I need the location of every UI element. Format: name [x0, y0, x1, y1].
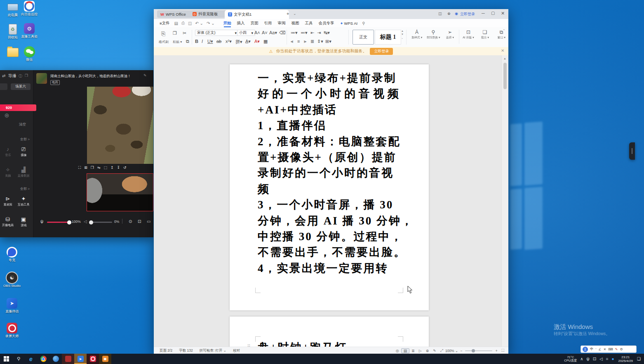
bullets-button[interactable]: ≔▾ [291, 30, 298, 35]
paste-icon[interactable]: ⎘ [161, 31, 165, 37]
style-heading1[interactable]: 标题 1 [375, 30, 401, 45]
document-area[interactable]: 一，实景+绿布+提前录制 好的一个小时的音视频 +AI+中控插话 1，直播伴侣 … [154, 55, 508, 347]
ime-pen-icon[interactable]: ✎ [615, 347, 618, 351]
italic-button[interactable]: I [202, 39, 203, 44]
zoom-level[interactable]: 100% ⌄ [445, 349, 458, 353]
collapse-ribbon-icon[interactable]: ⌃ [503, 29, 505, 33]
tool-interactive[interactable]: ✦互动工具 [16, 196, 31, 207]
taskbar-live-companion-active[interactable]: ➤ [74, 354, 87, 364]
play-view-icon[interactable]: ▷ [417, 349, 424, 353]
rotate-icon[interactable]: ↺ [122, 165, 128, 170]
ime-logo-icon[interactable]: 王 [583, 347, 588, 352]
menu-insert[interactable]: 插入 [234, 19, 248, 27]
preview-icon[interactable]: ◫ [186, 21, 193, 26]
taskbar-app-red[interactable] [62, 354, 74, 364]
menu-start[interactable]: 开始 [221, 19, 234, 27]
spell-check[interactable]: 拼写检查: 打开 ⌄ [193, 348, 226, 353]
tool-music[interactable]: ♪音乐 [0, 146, 16, 157]
phonetic-button[interactable]: 拼▾ [235, 39, 242, 45]
menu-member[interactable]: 会员专享 [316, 19, 337, 27]
start-button[interactable] [0, 354, 12, 364]
menu-file[interactable]: ≡ 文件 [154, 19, 173, 27]
ime-cut-icon[interactable]: ✕ [603, 347, 606, 351]
menu-wps-ai[interactable]: ✦WPS AI [337, 19, 361, 27]
comment-button[interactable]: ❏批注 ▾ [477, 30, 493, 44]
tab-docer[interactable]: D 抖音克隆板 [189, 10, 230, 18]
font-color-button[interactable]: A▾ [254, 39, 260, 44]
flip-icon[interactable]: ⇋ [96, 165, 102, 170]
tab-list-button[interactable]: ⌄ [293, 12, 296, 16]
print-icon[interactable]: ⎙ [180, 21, 186, 26]
page1-text[interactable]: 一，实景+绿布+提前录制 好的一个小时的音视频 +AI+中控插话 1，直播伴侣 … [258, 70, 403, 276]
tray-bluetooth-icon[interactable]: ● [610, 357, 616, 361]
taskbar-search-button[interactable]: ⚲ [12, 354, 25, 364]
window-button[interactable]: ⧉窗口 ▾ [493, 30, 510, 44]
tool-ecommerce[interactable]: ⛁开播电商 [0, 216, 16, 227]
scene-tab-six[interactable]: 场景六 [11, 83, 31, 90]
paste-button[interactable]: 粘贴 ▾ [173, 40, 182, 44]
fullscreen-icon[interactable]: ⛶ [500, 348, 508, 353]
toggle-camera-icon[interactable]: ⊡ [138, 219, 141, 224]
layout-mode-icon[interactable]: ◫ [438, 12, 442, 16]
select-button[interactable]: ➢选择 ▾ [442, 30, 458, 44]
login-link[interactable]: 立即登录 [460, 12, 475, 17]
clipboard-icon[interactable]: ⧉ [186, 39, 189, 44]
copy-icon[interactable]: ❐ [89, 165, 96, 170]
menu-reference[interactable]: 引用 [261, 19, 275, 27]
cut-icon[interactable]: ✂ [183, 31, 186, 36]
section-all-1[interactable]: 全部 > [0, 137, 30, 142]
eye-protect-mode-icon[interactable]: ◎ [394, 349, 401, 353]
banner-close-icon[interactable]: ✕ [501, 48, 504, 53]
copy-icon[interactable]: ❐ [173, 31, 177, 36]
main-video-preview[interactable] [87, 87, 153, 164]
target-icon[interactable]: ◎ [5, 112, 9, 118]
word-count[interactable]: 字数 132 [172, 348, 193, 353]
taskbar-recorder[interactable] [87, 354, 99, 364]
align-left-button[interactable]: ⫷ [291, 39, 293, 44]
ime-mode-toggle[interactable]: 中 [590, 347, 594, 352]
font-name-select[interactable]: 宋体 (正文)▾ [195, 30, 239, 36]
align-center-button[interactable]: ≡ [297, 39, 300, 44]
tool-live-data[interactable]: ▟直播数据 [16, 167, 31, 178]
undo-icon[interactable]: ↶ ⌄ [193, 21, 205, 26]
banner-login-button[interactable]: 立即登录 [370, 48, 393, 55]
fit-width-icon[interactable]: ⤢ [438, 348, 445, 353]
save-icon[interactable]: ▤ [173, 21, 180, 26]
doc-scrollbar[interactable]: ▲ [501, 55, 508, 347]
tool-camera[interactable]: ⎚摄像 [16, 146, 31, 157]
paragraph-handle-icon[interactable]: ⣿ [247, 344, 251, 347]
crop-icon[interactable]: ⬚ [102, 165, 109, 170]
page-view-icon[interactable]: ▤ [401, 348, 410, 353]
desktop-icon-live-companion[interactable]: ➤ 直播伴侣 [1, 298, 23, 313]
outline-view-icon[interactable]: ≣ [409, 349, 417, 353]
style-normal[interactable]: 正文 [353, 30, 374, 45]
style-gallery-spinner[interactable]: ▲▼⌄ [401, 30, 404, 39]
taskbar-edge[interactable]: e [25, 354, 37, 364]
maximize-button[interactable]: ▢ [491, 11, 495, 15]
numbering-button[interactable]: ≕▾ [301, 30, 308, 35]
increase-font-icon[interactable]: A˄ [254, 30, 260, 35]
tool-media-library[interactable]: ⊳素材库 [0, 196, 16, 207]
bold-button[interactable]: B [195, 39, 198, 44]
info-icon[interactable]: ⓘ [19, 73, 22, 79]
desktop-icon-obs[interactable]: ☯ OBS Studio [1, 272, 23, 288]
taskbar-chrome[interactable] [37, 354, 49, 364]
justify-button[interactable]: ≣ [310, 39, 314, 44]
search-icon[interactable]: ⚲ [360, 21, 367, 26]
ink-icon[interactable]: ✎ [431, 349, 438, 353]
format-painter-button[interactable]: 格式刷 [159, 40, 169, 44]
tray-display-icon[interactable]: ⊡ [591, 357, 598, 361]
close-button[interactable]: ✕ [501, 11, 505, 16]
popout-icon[interactable]: ❐ [25, 73, 28, 78]
tool-game[interactable]: ▣游戏 [16, 216, 31, 227]
minimize-button[interactable]: ─ [482, 11, 485, 16]
tool-beauty[interactable]: ✧美颜 [0, 167, 16, 178]
speaker-muted-icon[interactable]: ◁ [84, 219, 87, 224]
zoom-out-icon[interactable]: − [458, 349, 464, 353]
align-right-button[interactable]: ⫸ [304, 39, 306, 44]
redo-icon[interactable]: ↷ ⌄ [205, 21, 216, 26]
web-view-icon[interactable]: ⊕ [424, 349, 431, 353]
line-spacing-button[interactable]: ⇕▾ [317, 39, 323, 44]
ime-settings-icon[interactable]: ⚙ [620, 347, 623, 351]
font-size-select[interactable]: 小四▾ [237, 30, 255, 36]
